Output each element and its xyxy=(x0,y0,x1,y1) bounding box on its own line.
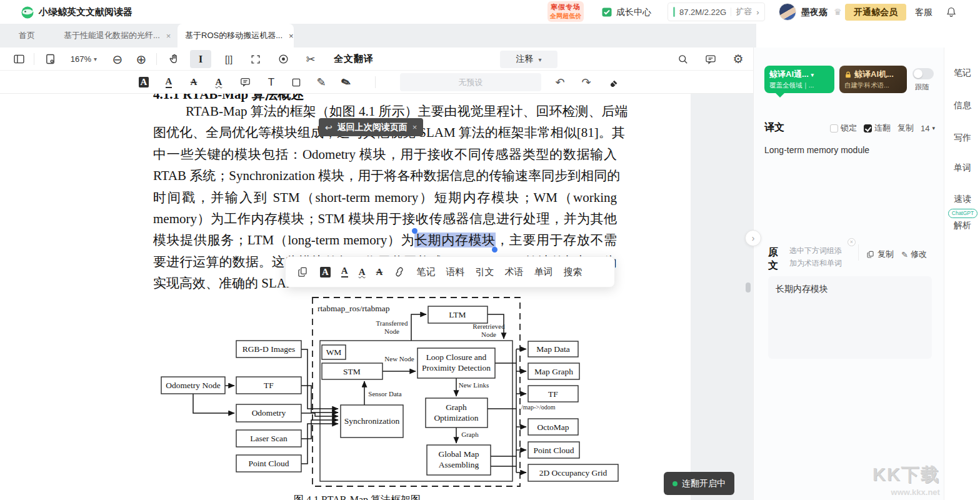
tab1-close-icon[interactable]: × xyxy=(166,31,171,41)
support-button[interactable]: 客服 xyxy=(915,0,932,24)
zoom-in-button[interactable]: ⊕ xyxy=(131,50,151,68)
notification-bell-icon[interactable] xyxy=(945,6,958,18)
sidebar-item-notes[interactable]: 笔记 xyxy=(944,68,980,79)
sidebar-item-analyze[interactable]: 解析 xyxy=(944,220,980,231)
sidebar-item-writing[interactable]: 写作 xyxy=(944,132,980,144)
pencil-icon: ✎ xyxy=(901,250,908,259)
avatar[interactable] xyxy=(779,3,796,21)
undo-button[interactable]: ↶ xyxy=(550,73,570,91)
engine-pro-card[interactable]: 鲸译AI机... 自建学科术语... xyxy=(839,66,907,93)
sidebar-item-speed-read[interactable]: 速读 xyxy=(944,194,980,205)
pen-tool-button[interactable]: ✎ xyxy=(311,73,331,91)
highlight-tool-button[interactable]: A xyxy=(134,73,154,91)
popup-search-button[interactable]: 搜索 xyxy=(563,266,582,278)
follow-toggle[interactable] xyxy=(912,68,934,79)
promo-banner[interactable]: 寒假专场 全网超低价 xyxy=(548,1,584,22)
zoom-out-button[interactable]: ⊖ xyxy=(108,50,128,68)
text-tool-button[interactable]: T xyxy=(261,73,281,91)
source-text-box[interactable]: 长期内存模块 xyxy=(768,276,932,359)
popup-squiggly-icon[interactable]: A xyxy=(359,268,366,277)
tab-document-2-active[interactable]: 基于ROS的移动搬运机器... × xyxy=(178,24,294,48)
popup-note-button[interactable]: 笔记 xyxy=(416,266,435,278)
rectangle-tool-button[interactable] xyxy=(286,73,306,91)
new-links-label: New Links xyxy=(459,381,489,389)
engine-general-card[interactable]: 鲸译AI通... ▾ 覆盖全领域｜... xyxy=(764,66,834,93)
font-size-select[interactable]: 14▾ xyxy=(921,124,935,133)
selection-start-handle[interactable] xyxy=(412,228,418,234)
tooltip-close-icon[interactable]: × xyxy=(412,122,418,132)
right-sidebar: 笔记 信息 写作 单词 速读 ChatGPT 解析 xyxy=(944,48,980,500)
squiggly-tool-button[interactable]: A xyxy=(209,73,229,91)
app-title: 小绿鲸英文文献阅读器 xyxy=(39,0,132,24)
copy-translation-button[interactable]: 复制 xyxy=(898,122,914,134)
underline-tool-button[interactable]: A xyxy=(159,73,179,91)
text-select-tool-button-active[interactable]: I xyxy=(190,50,211,68)
lock-icon xyxy=(844,71,852,79)
return-tooltip-label[interactable]: 返回上次阅读页面 xyxy=(338,122,408,133)
page-icon xyxy=(44,52,57,66)
page-view-button[interactable] xyxy=(40,50,60,68)
popup-underline-icon[interactable]: A xyxy=(341,266,348,278)
sidebar-item-info[interactable]: 信息 xyxy=(944,100,980,111)
lock-checkbox[interactable] xyxy=(830,124,838,132)
growth-center-button[interactable]: 成长中心 xyxy=(601,0,651,24)
annotation-mode-dropdown[interactable]: 注释 ▾ xyxy=(500,51,558,68)
tf-right-label: TF xyxy=(548,389,558,399)
copy-icon[interactable] xyxy=(297,266,309,278)
zoom-level-select[interactable]: 167% ▾ xyxy=(64,50,104,68)
popup-corpus-button[interactable]: 语料 xyxy=(446,266,464,278)
popup-term-button[interactable]: 术语 xyxy=(504,266,523,278)
strikethrough-tool-button[interactable]: A xyxy=(184,73,204,91)
source-hint-line-2: 加为术语和单词 xyxy=(789,257,842,269)
search-button[interactable] xyxy=(672,50,694,68)
reretrieved-node-label-2: Node xyxy=(481,331,496,338)
redo-button[interactable]: ↷ xyxy=(576,73,596,91)
vertical-scrollbar[interactable] xyxy=(746,282,751,292)
translation-result-text: Long-term memory module xyxy=(764,145,869,155)
full-text-translate-button[interactable]: 全文翻译 xyxy=(328,50,380,68)
copy-icon xyxy=(866,250,875,259)
comments-button[interactable] xyxy=(700,50,721,68)
tab-document-1[interactable]: 基于性能退化数据的光纤... × xyxy=(58,24,175,48)
return-to-last-page-tooltip[interactable]: ↩ 返回上次阅读页面 × xyxy=(319,118,423,136)
hand-icon xyxy=(168,52,181,66)
eraser-button[interactable] xyxy=(604,73,624,91)
watermark-logo-text: KK下载 xyxy=(872,462,940,488)
popup-citation-button[interactable]: 引文 xyxy=(475,266,494,278)
preset-style-field[interactable]: 无预设 xyxy=(400,73,541,91)
screenshot-button[interactable]: ✂ xyxy=(300,50,321,68)
comment-tool-button[interactable] xyxy=(235,73,255,91)
auto-translate-checkbox-control[interactable]: 连翻 xyxy=(864,122,891,134)
popup-strikethrough-icon[interactable]: A xyxy=(376,268,383,277)
storage-value: 87.2M/2.22G xyxy=(679,8,726,17)
settings-button[interactable]: ⚙ xyxy=(728,50,749,68)
expand-storage-link[interactable]: 扩容 xyxy=(736,6,752,18)
split-view-button[interactable]: [|] xyxy=(218,50,240,68)
font-size-value: 14 xyxy=(921,124,929,133)
open-membership-button[interactable]: 开通鲸会员 xyxy=(845,4,906,21)
graph-label: Graph xyxy=(461,431,479,438)
focus-mode-button[interactable] xyxy=(272,50,294,68)
fit-screen-button[interactable] xyxy=(245,50,266,68)
map-graph-label: Map Graph xyxy=(534,367,573,376)
rgbd-images-label: RGB-D Images xyxy=(242,344,295,354)
popup-highlight-icon[interactable]: A xyxy=(320,267,331,278)
link-icon[interactable] xyxy=(393,266,406,278)
edit-source-button[interactable]: ✎ 修改 xyxy=(901,249,927,260)
username: 墨夜殇 xyxy=(801,0,828,24)
lock-checkbox-control[interactable]: 锁定 xyxy=(830,122,857,134)
popup-word-button[interactable]: 单词 xyxy=(534,266,552,278)
pan-tool-button[interactable] xyxy=(164,50,185,68)
tab-home[interactable]: 首页 xyxy=(0,24,58,48)
panel-collapse-button[interactable]: › xyxy=(745,230,761,246)
app-logo-whale-icon xyxy=(20,4,35,19)
marker-tool-button[interactable]: ✎ xyxy=(336,73,356,91)
selection-end-handle[interactable] xyxy=(492,247,498,252)
source-title-char-1: 原 xyxy=(768,246,778,259)
auto-translate-checkbox-checked[interactable] xyxy=(864,124,872,132)
copy-source-button[interactable]: 复制 xyxy=(866,249,894,260)
sidebar-item-words[interactable]: 单词 xyxy=(944,162,980,174)
tab2-close-icon[interactable]: × xyxy=(289,31,294,41)
hint-close-icon[interactable]: × xyxy=(848,238,856,246)
thumbnail-panel-button[interactable] xyxy=(9,50,29,68)
